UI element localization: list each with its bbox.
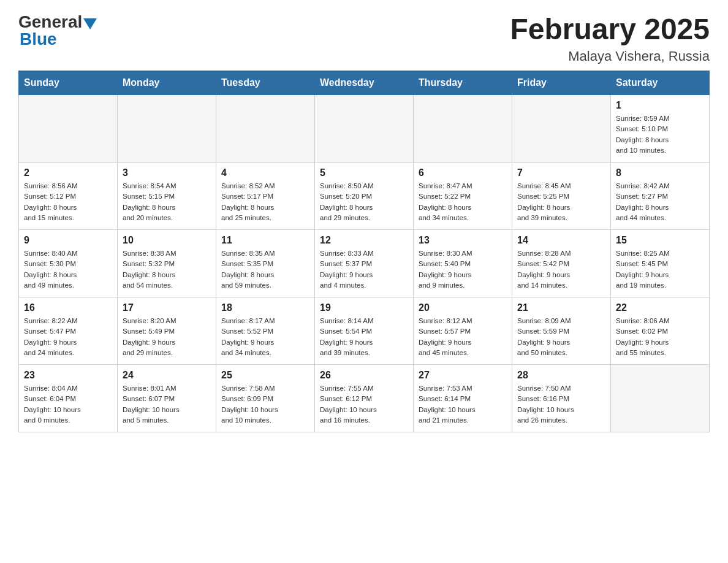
- calendar-cell: 28Sunrise: 7:50 AM Sunset: 6:16 PM Dayli…: [512, 365, 611, 432]
- calendar-cell: 2Sunrise: 8:56 AM Sunset: 5:12 PM Daylig…: [19, 163, 118, 230]
- day-number: 19: [320, 302, 408, 313]
- calendar-cell: 24Sunrise: 8:01 AM Sunset: 6:07 PM Dayli…: [118, 365, 216, 432]
- calendar-table: SundayMondayTuesdayWednesdayThursdayFrid…: [18, 71, 710, 432]
- calendar-cell: 27Sunrise: 7:53 AM Sunset: 6:14 PM Dayli…: [414, 365, 512, 432]
- day-number: 1: [616, 100, 704, 111]
- calendar-cell: 22Sunrise: 8:06 AM Sunset: 6:02 PM Dayli…: [611, 297, 710, 365]
- weekday-header-sunday: Sunday: [19, 71, 118, 95]
- day-number: 7: [517, 167, 605, 178]
- calendar-cell: [315, 95, 414, 163]
- day-number: 28: [517, 370, 605, 381]
- day-info: Sunrise: 8:54 AM Sunset: 5:15 PM Dayligh…: [123, 181, 211, 223]
- calendar-cell: 26Sunrise: 7:55 AM Sunset: 6:12 PM Dayli…: [315, 365, 414, 432]
- day-info: Sunrise: 8:59 AM Sunset: 5:10 PM Dayligh…: [616, 113, 704, 156]
- day-number: 22: [616, 302, 704, 313]
- calendar-cell: 10Sunrise: 8:38 AM Sunset: 5:32 PM Dayli…: [118, 230, 216, 297]
- day-info: Sunrise: 8:50 AM Sunset: 5:20 PM Dayligh…: [320, 181, 408, 223]
- calendar-cell: 23Sunrise: 8:04 AM Sunset: 6:04 PM Dayli…: [19, 365, 118, 432]
- calendar-cell: 11Sunrise: 8:35 AM Sunset: 5:35 PM Dayli…: [216, 230, 315, 297]
- calendar-cell: [216, 95, 315, 163]
- day-number: 10: [123, 235, 211, 246]
- calendar-cell: 15Sunrise: 8:25 AM Sunset: 5:45 PM Dayli…: [611, 230, 710, 297]
- weekday-header-thursday: Thursday: [414, 71, 512, 95]
- calendar-week-row: 23Sunrise: 8:04 AM Sunset: 6:04 PM Dayli…: [19, 365, 710, 432]
- day-info: Sunrise: 8:30 AM Sunset: 5:40 PM Dayligh…: [419, 248, 507, 291]
- svg-marker-0: [83, 18, 97, 29]
- calendar-cell: 5Sunrise: 8:50 AM Sunset: 5:20 PM Daylig…: [315, 163, 414, 230]
- day-number: 21: [517, 302, 605, 313]
- day-info: Sunrise: 8:56 AM Sunset: 5:12 PM Dayligh…: [24, 181, 112, 223]
- day-info: Sunrise: 8:45 AM Sunset: 5:25 PM Dayligh…: [517, 181, 605, 223]
- calendar-week-row: 1Sunrise: 8:59 AM Sunset: 5:10 PM Daylig…: [19, 95, 710, 163]
- day-number: 8: [616, 167, 704, 178]
- calendar-cell: [118, 95, 216, 163]
- weekday-header-row: SundayMondayTuesdayWednesdayThursdayFrid…: [19, 71, 710, 95]
- day-info: Sunrise: 8:22 AM Sunset: 5:47 PM Dayligh…: [24, 316, 112, 358]
- location-title: Malaya Vishera, Russia: [510, 48, 710, 64]
- calendar-cell: 3Sunrise: 8:54 AM Sunset: 5:15 PM Daylig…: [118, 163, 216, 230]
- day-number: 11: [221, 235, 309, 246]
- weekday-header-saturday: Saturday: [611, 71, 710, 95]
- day-info: Sunrise: 8:38 AM Sunset: 5:32 PM Dayligh…: [123, 248, 211, 291]
- calendar-cell: [414, 95, 512, 163]
- day-number: 12: [320, 235, 408, 246]
- day-info: Sunrise: 8:01 AM Sunset: 6:07 PM Dayligh…: [123, 383, 211, 426]
- calendar-cell: 20Sunrise: 8:12 AM Sunset: 5:57 PM Dayli…: [414, 297, 512, 365]
- day-number: 2: [24, 167, 112, 178]
- day-number: 14: [517, 235, 605, 246]
- calendar-week-row: 2Sunrise: 8:56 AM Sunset: 5:12 PM Daylig…: [19, 163, 710, 230]
- calendar-cell: 16Sunrise: 8:22 AM Sunset: 5:47 PM Dayli…: [19, 297, 118, 365]
- month-title: February 2025: [510, 12, 710, 46]
- weekday-header-tuesday: Tuesday: [216, 71, 315, 95]
- day-number: 5: [320, 167, 408, 178]
- calendar-cell: [19, 95, 118, 163]
- day-info: Sunrise: 8:20 AM Sunset: 5:49 PM Dayligh…: [123, 316, 211, 358]
- calendar-cell: 17Sunrise: 8:20 AM Sunset: 5:49 PM Dayli…: [118, 297, 216, 365]
- calendar-cell: 21Sunrise: 8:09 AM Sunset: 5:59 PM Dayli…: [512, 297, 611, 365]
- day-info: Sunrise: 8:40 AM Sunset: 5:30 PM Dayligh…: [24, 248, 112, 291]
- day-number: 23: [24, 370, 112, 381]
- day-info: Sunrise: 7:55 AM Sunset: 6:12 PM Dayligh…: [320, 383, 408, 426]
- calendar-cell: 19Sunrise: 8:14 AM Sunset: 5:54 PM Dayli…: [315, 297, 414, 365]
- day-number: 13: [419, 235, 507, 246]
- calendar-cell: 4Sunrise: 8:52 AM Sunset: 5:17 PM Daylig…: [216, 163, 315, 230]
- day-info: Sunrise: 8:25 AM Sunset: 5:45 PM Dayligh…: [616, 248, 704, 291]
- calendar-cell: 25Sunrise: 7:58 AM Sunset: 6:09 PM Dayli…: [216, 365, 315, 432]
- logo: General Blue: [18, 12, 97, 49]
- day-number: 25: [221, 370, 309, 381]
- day-number: 24: [123, 370, 211, 381]
- day-number: 3: [123, 167, 211, 178]
- calendar-cell: 8Sunrise: 8:42 AM Sunset: 5:27 PM Daylig…: [611, 163, 710, 230]
- day-number: 18: [221, 302, 309, 313]
- day-info: Sunrise: 7:50 AM Sunset: 6:16 PM Dayligh…: [517, 383, 605, 426]
- day-info: Sunrise: 8:28 AM Sunset: 5:42 PM Dayligh…: [517, 248, 605, 291]
- calendar-week-row: 9Sunrise: 8:40 AM Sunset: 5:30 PM Daylig…: [19, 230, 710, 297]
- day-info: Sunrise: 8:52 AM Sunset: 5:17 PM Dayligh…: [221, 181, 309, 223]
- day-info: Sunrise: 8:12 AM Sunset: 5:57 PM Dayligh…: [419, 316, 507, 358]
- day-info: Sunrise: 8:06 AM Sunset: 6:02 PM Dayligh…: [616, 316, 704, 358]
- day-number: 4: [221, 167, 309, 178]
- day-info: Sunrise: 7:53 AM Sunset: 6:14 PM Dayligh…: [419, 383, 507, 426]
- day-info: Sunrise: 8:33 AM Sunset: 5:37 PM Dayligh…: [320, 248, 408, 291]
- calendar-cell: 7Sunrise: 8:45 AM Sunset: 5:25 PM Daylig…: [512, 163, 611, 230]
- calendar-cell: 12Sunrise: 8:33 AM Sunset: 5:37 PM Dayli…: [315, 230, 414, 297]
- calendar-cell: 1Sunrise: 8:59 AM Sunset: 5:10 PM Daylig…: [611, 95, 710, 163]
- day-info: Sunrise: 8:42 AM Sunset: 5:27 PM Dayligh…: [616, 181, 704, 223]
- calendar-cell: 6Sunrise: 8:47 AM Sunset: 5:22 PM Daylig…: [414, 163, 512, 230]
- weekday-header-friday: Friday: [512, 71, 611, 95]
- day-number: 27: [419, 370, 507, 381]
- title-block: February 2025 Malaya Vishera, Russia: [510, 12, 710, 64]
- day-info: Sunrise: 8:47 AM Sunset: 5:22 PM Dayligh…: [419, 181, 507, 223]
- day-number: 26: [320, 370, 408, 381]
- weekday-header-wednesday: Wednesday: [315, 71, 414, 95]
- day-info: Sunrise: 8:17 AM Sunset: 5:52 PM Dayligh…: [221, 316, 309, 358]
- logo-text-blue: Blue: [20, 29, 57, 49]
- day-info: Sunrise: 7:58 AM Sunset: 6:09 PM Dayligh…: [221, 383, 309, 426]
- calendar-cell: [611, 365, 710, 432]
- day-info: Sunrise: 8:04 AM Sunset: 6:04 PM Dayligh…: [24, 383, 112, 426]
- day-info: Sunrise: 8:35 AM Sunset: 5:35 PM Dayligh…: [221, 248, 309, 291]
- day-number: 16: [24, 302, 112, 313]
- day-number: 9: [24, 235, 112, 246]
- day-info: Sunrise: 8:09 AM Sunset: 5:59 PM Dayligh…: [517, 316, 605, 358]
- calendar-cell: 9Sunrise: 8:40 AM Sunset: 5:30 PM Daylig…: [19, 230, 118, 297]
